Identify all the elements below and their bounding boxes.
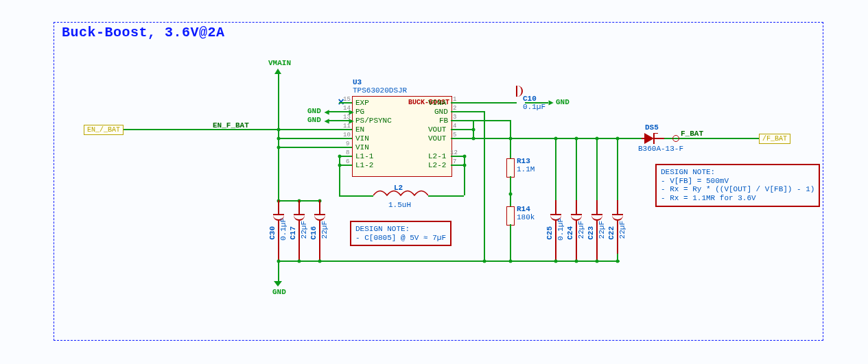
- pin-name: VINA: [428, 99, 446, 107]
- gnd-arrow-icon: ▶: [548, 99, 553, 106]
- design-note-1: DESIGN NOTE: - C[0805] @ 5V ≈ 7µF: [350, 221, 451, 246]
- pin-name: VOUT: [428, 134, 446, 143]
- pin-name: GND: [434, 108, 448, 116]
- c24-val: 22µF: [577, 221, 585, 239]
- note1-title: DESIGN NOTE:: [355, 225, 410, 233]
- ic-ref: U3: [353, 78, 362, 86]
- note1-line1: - C[0805] @ 5V ≈ 7µF: [355, 234, 446, 242]
- pg-arrow-icon: ▶: [349, 109, 353, 116]
- vmain-arrow-icon: [274, 69, 281, 74]
- r13-val: 1.1M: [517, 165, 535, 173]
- c16-val: 22µF: [320, 221, 329, 239]
- pin-name: FB: [439, 117, 448, 125]
- c16-ref: C16: [309, 226, 318, 240]
- c22-val: 22µF: [618, 221, 626, 239]
- psync-arrow-icon: ▶: [349, 118, 353, 125]
- c30-val: 0.1µF: [279, 218, 288, 241]
- gnd-pg-label: GND: [307, 107, 321, 115]
- ds5-val: B360A-13-F: [638, 145, 683, 153]
- r13-ref: R13: [517, 157, 530, 165]
- l2-ref: L2: [394, 184, 403, 192]
- pin-name: L2-2: [428, 161, 446, 169]
- net-port-en: EN_/_BAT: [84, 125, 124, 135]
- pin-name: VIN: [355, 143, 369, 151]
- pin-name: L2-1: [428, 152, 446, 160]
- pin-name: EXP: [355, 99, 369, 107]
- c23-ref: C23: [587, 226, 595, 240]
- svg-marker-0: [644, 133, 654, 144]
- pin-name: EN: [355, 125, 364, 134]
- l2-val: 1.5uH: [388, 201, 411, 209]
- res-r13: [506, 158, 515, 178]
- pin-name: PS/PSYNC: [355, 117, 392, 125]
- c23-val: 22µF: [598, 221, 606, 239]
- c10-val: 0.1µF: [523, 103, 546, 111]
- r14-ref: R14: [517, 205, 530, 213]
- note2-line3: - Rx = 1.1MR for 3.6V: [661, 194, 756, 202]
- pin-name: PG: [355, 108, 364, 116]
- c25-ref: C25: [546, 226, 554, 240]
- note2-title: DESIGN NOTE:: [661, 168, 715, 176]
- gnd-label: GND: [272, 288, 286, 296]
- gnd-symbol: [274, 281, 282, 287]
- pin-name: L1-1: [355, 152, 373, 160]
- design-note-2: DESIGN NOTE: - V[FB] = 500mV - Rx = Ry *…: [655, 164, 820, 207]
- c22-ref: C22: [607, 226, 615, 240]
- pin-name: VOUT: [428, 125, 446, 134]
- c25-val: 0.1µF: [556, 218, 565, 241]
- net-port-fbat: /F_BAT: [759, 134, 790, 144]
- gnd-psync-label: GND: [307, 116, 321, 124]
- pin-name: L1-2: [355, 161, 373, 169]
- note2-line2: - Rx = Ry * ((V[OUT] / V[FB]) - 1): [661, 185, 814, 193]
- ds5-ref: DS5: [645, 123, 659, 132]
- fbat-signal-label: F_BAT: [681, 130, 703, 138]
- sheet-title: Buck-Boost, 3.6V@2A: [62, 25, 225, 40]
- c17-ref: C17: [289, 226, 297, 240]
- net-tie-icon: [672, 135, 679, 142]
- c30-ref: C30: [268, 226, 277, 240]
- c24-ref: C24: [566, 226, 574, 240]
- c17-val: 22µF: [300, 221, 308, 239]
- note2-line1: - V[FB] = 500mV: [661, 177, 729, 185]
- ic-part: TPS63020DSJR: [353, 86, 407, 95]
- r14-val: 180k: [517, 213, 535, 221]
- vmain-label: VMAIN: [268, 59, 291, 67]
- en-signal-label: EN_F_BAT: [213, 121, 249, 130]
- gnd-c10-label: GND: [556, 98, 570, 106]
- gnd-arrow-icon: ◀: [324, 109, 329, 116]
- gnd-arrow-icon: ◀: [324, 118, 329, 125]
- res-r14: [506, 206, 515, 226]
- pin-name: VIN: [355, 134, 369, 143]
